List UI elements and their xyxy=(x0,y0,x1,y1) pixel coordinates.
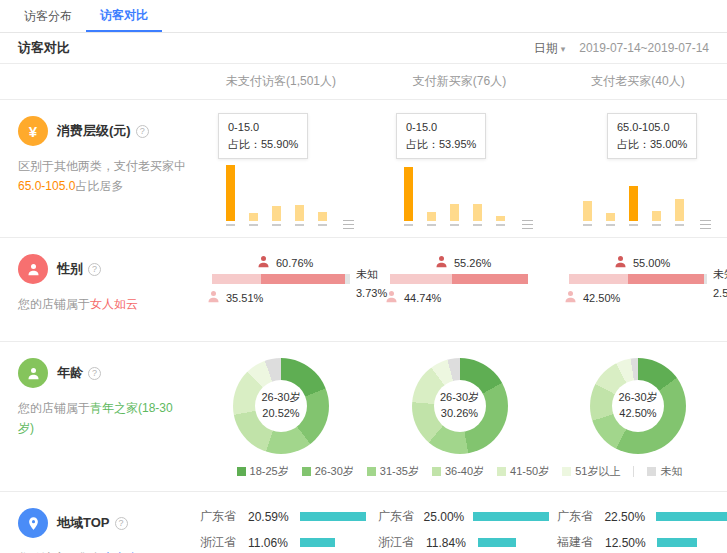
help-icon[interactable]: ? xyxy=(115,517,128,530)
gender-bar-segment xyxy=(452,274,528,284)
help-icon[interactable]: ? xyxy=(88,263,101,276)
column-header-new-buyers: 支付新买家(76人) xyxy=(370,73,549,90)
consumption-row: ¥ 消费层级(元)? 区别于其他两类，支付老买家中65.0-105.0占比居多 … xyxy=(0,100,727,238)
table-view-icon[interactable] xyxy=(700,220,711,229)
gender-icon xyxy=(18,254,48,284)
legend-item[interactable]: 51岁以上 xyxy=(562,464,620,479)
gender-title: 性别? xyxy=(57,260,101,278)
region-bar xyxy=(473,512,549,521)
currency-icon: ¥ xyxy=(18,116,48,146)
female-pct: 60.76% xyxy=(276,257,313,269)
bar xyxy=(226,165,235,221)
age-desc: 您的店铺属于青年之家(18-30岁) xyxy=(18,398,186,439)
gender-bar-segment xyxy=(390,274,452,284)
bar xyxy=(473,204,482,221)
region-list-item: 浙江省11.84% xyxy=(378,534,549,551)
page-title: 访客对比 xyxy=(18,39,70,57)
region-row: 地域TOP? 您的访客聚集在广东省 广东省20.59% 浙江省11.06% 广东… xyxy=(0,492,727,553)
consumption-tooltip: 65.0-105.0 占比：35.00% xyxy=(607,113,697,159)
consumption-bar-chart xyxy=(583,163,684,221)
region-bar xyxy=(300,512,366,521)
top-tabbar: 访客分布 访客对比 xyxy=(0,0,727,33)
age-donut-chart: 26-30岁42.50% xyxy=(590,358,686,454)
gender-bar-chart xyxy=(569,274,707,284)
bar xyxy=(652,211,661,221)
consumption-tooltip: 0-15.0 占比：53.95% xyxy=(396,113,486,159)
age-donut-chart: 26-30岁30.26% xyxy=(412,358,508,454)
tab-visitor-comparison[interactable]: 访客对比 xyxy=(86,0,162,32)
region-list-item: 浙江省11.06% xyxy=(200,534,370,551)
legend-divider xyxy=(633,466,634,477)
bar xyxy=(272,206,281,221)
table-view-icon[interactable] xyxy=(522,220,533,229)
bar xyxy=(249,213,258,221)
age-donut-chart: 26-30岁20.52% xyxy=(233,358,329,454)
male-pct: 44.74% xyxy=(404,292,441,304)
table-view-icon[interactable] xyxy=(343,220,354,229)
region-list-item: 福建省12.50% xyxy=(557,534,727,551)
legend-item[interactable]: 31-35岁 xyxy=(367,464,419,479)
region-list-item: 广东省22.50% xyxy=(557,508,727,525)
bar xyxy=(427,212,436,221)
age-icon xyxy=(18,358,48,388)
legend-item[interactable]: 26-30岁 xyxy=(302,464,354,479)
gender-bar-segment xyxy=(345,274,350,284)
column-header-old-buyers: 支付老买家(40人) xyxy=(549,73,727,90)
bar xyxy=(629,186,638,221)
chevron-down-icon: ▾ xyxy=(561,44,566,54)
age-row: 年龄? 您的店铺属于青年之家(18-30岁) 26-30岁20.52% 26-3… xyxy=(0,342,727,492)
legend-item[interactable]: 41-50岁 xyxy=(497,464,549,479)
bar xyxy=(404,167,413,221)
gender-bar-chart xyxy=(390,274,528,284)
region-bar xyxy=(478,538,516,547)
help-icon[interactable]: ? xyxy=(136,125,149,138)
bar xyxy=(675,199,684,221)
region-title: 地域TOP? xyxy=(57,514,128,532)
region-bar xyxy=(656,512,727,521)
region-list-item: 广东省20.59% xyxy=(200,508,370,525)
column-header-unpaid: 未支付访客(1,501人) xyxy=(192,73,370,90)
bar xyxy=(450,204,459,221)
male-pct: 42.50% xyxy=(583,292,620,304)
panel-header: 访客对比 日期▾ 2019-07-14~2019-07-14 xyxy=(0,33,727,64)
gender-row: 性别? 您的店铺属于女人如云 60.76% 未知3.73% 35.51% 55.… xyxy=(0,238,727,342)
female-pct: 55.00% xyxy=(633,257,670,269)
gender-bar-segment xyxy=(704,274,707,284)
bar xyxy=(606,213,615,221)
age-title: 年龄? xyxy=(57,364,101,382)
consumption-title: 消费层级(元)? xyxy=(57,122,149,140)
region-desc: 您的访客聚集在广东省 xyxy=(18,548,186,553)
age-legend: 18-25岁 26-30岁 31-35岁 36-40岁 41-50岁 51岁以上… xyxy=(192,454,727,491)
bar xyxy=(496,216,505,221)
region-list-item: 广东省25.00% xyxy=(378,508,549,525)
female-pct: 55.26% xyxy=(454,257,491,269)
location-pin-icon xyxy=(18,508,48,538)
region-bar xyxy=(300,538,335,547)
male-pct: 35.51% xyxy=(226,292,263,304)
region-bar xyxy=(657,538,697,547)
gender-bar-segment xyxy=(569,274,628,284)
gender-bar-chart xyxy=(212,274,350,284)
consumption-bar-chart xyxy=(226,163,327,221)
legend-item[interactable]: 未知 xyxy=(647,464,682,479)
date-dropdown[interactable]: 日期▾ xyxy=(534,40,566,57)
bar xyxy=(583,201,592,221)
consumption-tooltip: 0-15.0 占比：55.90% xyxy=(218,113,308,159)
bar xyxy=(318,212,327,221)
gender-bar-segment xyxy=(628,274,704,284)
help-icon[interactable]: ? xyxy=(88,367,101,380)
bar xyxy=(295,205,304,221)
column-header-row: 未支付访客(1,501人) 支付新买家(76人) 支付老买家(40人) xyxy=(0,64,727,100)
consumption-desc: 区别于其他两类，支付老买家中65.0-105.0占比居多 xyxy=(18,156,186,197)
legend-item[interactable]: 18-25岁 xyxy=(237,464,289,479)
date-range[interactable]: 2019-07-14~2019-07-14 xyxy=(579,41,709,55)
tab-visitor-distribution[interactable]: 访客分布 xyxy=(10,0,86,32)
gender-bar-segment xyxy=(212,274,261,284)
consumption-bar-chart xyxy=(404,163,505,221)
legend-item[interactable]: 36-40岁 xyxy=(432,464,484,479)
gender-bar-segment xyxy=(261,274,345,284)
gender-desc: 您的店铺属于女人如云 xyxy=(18,294,186,314)
unknown-share: 未知2.50% xyxy=(713,265,727,302)
